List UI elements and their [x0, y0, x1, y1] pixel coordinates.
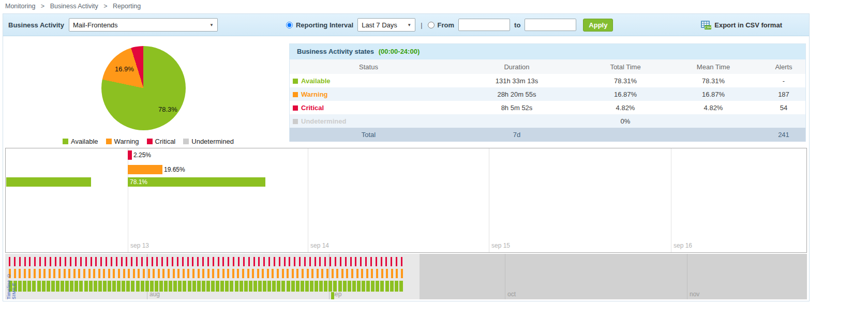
event-tick	[304, 257, 306, 266]
table-row-available: Available 131h 33m 13s 78.31% 78.31% -	[290, 74, 805, 87]
event-tick	[39, 269, 41, 278]
event-tick	[272, 269, 274, 278]
event-tick	[42, 281, 46, 292]
duration-cell: 28h 20m 55s	[447, 87, 586, 101]
timeline-overview-band[interactable]: aug sep oct nov Timeline © SIMILE	[5, 254, 807, 299]
event-tick	[80, 257, 82, 266]
export-csv-button[interactable]: CSV Export in CSV format	[701, 21, 782, 29]
event-tick	[145, 281, 149, 292]
event-tick	[324, 281, 327, 292]
event-tick	[177, 257, 178, 266]
breadcrumb-separator: >	[103, 3, 107, 10]
breadcrumb-business-activity[interactable]: Business Activity	[50, 3, 98, 10]
total-time-cell: 0%	[586, 114, 665, 128]
overview-gridline-oct	[505, 254, 505, 299]
event-tick	[197, 281, 201, 292]
legend-label-undetermined: Undetermined	[191, 138, 234, 145]
event-tick	[242, 269, 244, 278]
status-color-square	[293, 105, 298, 111]
status-color-square	[293, 79, 298, 84]
status-label: Undetermined	[301, 117, 346, 125]
legend-color-available	[63, 139, 68, 144]
event-tick	[141, 281, 144, 292]
event-tick	[399, 281, 403, 292]
event-tick	[37, 281, 41, 292]
event-tick	[376, 257, 377, 266]
event-tick	[98, 281, 102, 292]
business-activity-select[interactable]: Mail-Frontends ▼	[69, 18, 218, 32]
gridline-sep-15	[489, 148, 489, 252]
event-tick	[257, 269, 259, 278]
axis-label-sep-14: sep 14	[310, 242, 329, 249]
event-tick	[182, 257, 184, 266]
legend-color-warning	[106, 139, 112, 144]
timeline-detail-band[interactable]: sep 13 sep 14 sep 15 sep 16 2.25% 19.65%…	[5, 148, 807, 253]
event-tick	[156, 257, 158, 266]
event-tick	[253, 281, 257, 292]
event-tick	[361, 269, 363, 278]
event-tick	[267, 281, 271, 292]
event-tick	[267, 269, 269, 278]
event-tick	[126, 257, 127, 266]
breadcrumb-reporting[interactable]: Reporting	[113, 3, 141, 10]
total-time-cell: 16.87%	[586, 87, 665, 101]
states-table-title-text: Business Activity states	[297, 48, 374, 55]
event-tick	[113, 269, 115, 278]
event-tick	[79, 281, 83, 292]
event-tick	[272, 281, 276, 292]
event-tick	[136, 257, 138, 266]
event-tick	[390, 281, 394, 292]
event-tick	[118, 269, 120, 278]
event-tick	[217, 269, 219, 278]
reporting-interval-radio[interactable]	[286, 22, 293, 28]
event-tick	[237, 269, 239, 278]
custom-range-radio[interactable]	[428, 22, 435, 28]
event-tick	[258, 281, 262, 292]
event-tick	[396, 257, 397, 266]
event-tick	[235, 281, 238, 292]
to-date-input[interactable]	[525, 19, 576, 31]
timeline-credit: Timeline © SIMILE	[6, 256, 17, 299]
breadcrumb-monitoring[interactable]: Monitoring	[5, 3, 35, 10]
event-tick	[27, 281, 31, 292]
event-tick	[50, 257, 51, 266]
total-alerts: 241	[762, 128, 805, 142]
event-tick	[55, 257, 56, 266]
event-tick	[332, 269, 334, 278]
event-tick	[240, 281, 243, 292]
event-tick	[355, 257, 356, 266]
event-tick	[108, 269, 110, 278]
event-tick	[218, 257, 219, 266]
event-tick	[258, 257, 260, 266]
report-summary-section: 78.3% 16.9% Available Warning Critical U	[3, 36, 809, 141]
event-tick	[222, 257, 224, 266]
event-tick	[84, 281, 88, 292]
reporting-interval-select[interactable]: Last 7 Days ▼	[357, 18, 415, 32]
event-tick	[122, 281, 125, 292]
event-tick	[233, 257, 234, 266]
event-tick	[365, 257, 367, 266]
table-row-warning: Warning 28h 20m 55s 16.87% 16.87% 187	[290, 87, 805, 101]
event-tick	[44, 257, 46, 266]
event-tick	[188, 281, 191, 292]
from-label[interactable]: From	[438, 21, 455, 29]
event-tick	[216, 281, 219, 292]
event-tick	[74, 281, 78, 292]
event-tick	[143, 269, 145, 278]
event-tick	[376, 281, 379, 292]
event-tick	[202, 269, 204, 278]
chevron-down-icon: ▼	[209, 23, 214, 27]
event-tick	[225, 281, 229, 292]
event-tick	[220, 281, 224, 292]
event-tick	[68, 269, 70, 278]
event-tick	[106, 257, 107, 266]
from-date-input[interactable]	[458, 19, 510, 31]
event-tick	[173, 281, 177, 292]
reporting-interval-label[interactable]: Reporting Interval	[296, 21, 353, 29]
event-tick	[51, 281, 55, 292]
event-tick	[356, 269, 358, 278]
overview-ticks-available	[9, 281, 403, 292]
business-activity-selected-value: Mail-Frontends	[73, 21, 118, 29]
event-tick	[136, 281, 140, 292]
apply-button[interactable]: Apply	[583, 19, 613, 32]
